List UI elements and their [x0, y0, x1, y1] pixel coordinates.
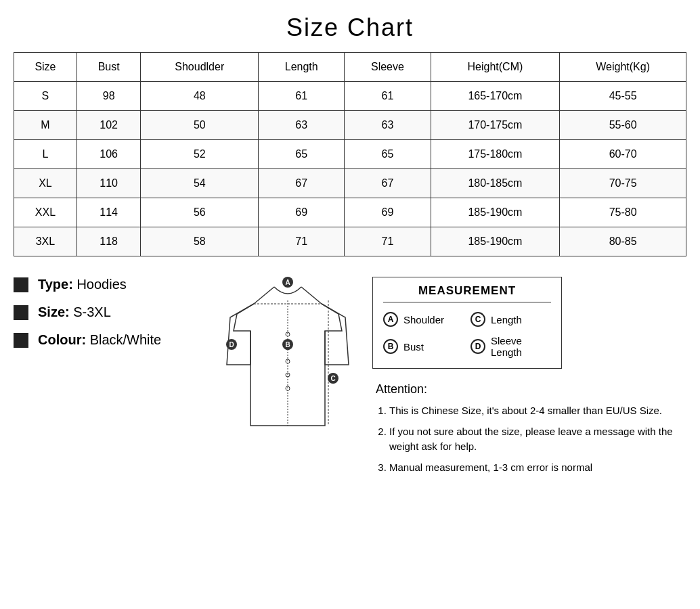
- table-header: Bust: [76, 53, 141, 82]
- colour-item: Colour: Black/White: [14, 332, 203, 348]
- attention-section: Attention: This is Chinese Size, it's ab…: [372, 382, 686, 480]
- table-cell: 70-75: [560, 169, 686, 198]
- shirt-diagram: A B C D: [217, 277, 359, 439]
- table-cell: 165-170cm: [431, 82, 560, 111]
- table-cell: S: [14, 82, 77, 111]
- table-cell: 65: [259, 140, 345, 169]
- table-row: M102506363170-175cm55-60: [14, 111, 686, 140]
- size-icon: [14, 305, 28, 320]
- table-cell: 56: [141, 198, 259, 227]
- svg-text:B: B: [285, 341, 290, 348]
- table-cell: 65: [345, 140, 431, 169]
- diagram-wrapper: A B C D: [217, 277, 359, 439]
- table-cell: 185-190cm: [431, 198, 560, 227]
- attention-title: Attention:: [376, 382, 686, 397]
- table-cell: 58: [141, 227, 259, 256]
- measurement-name: Bust: [403, 341, 424, 353]
- table-header: Height(CM): [431, 53, 560, 82]
- measurement-name: Sleeve Length: [491, 335, 551, 358]
- table-cell: 3XL: [14, 227, 77, 256]
- measurement-item: D Sleeve Length: [471, 335, 551, 358]
- svg-text:A: A: [285, 279, 290, 286]
- type-value: Hoodies: [76, 277, 126, 292]
- table-cell: 69: [259, 198, 345, 227]
- measurement-letter: A: [383, 312, 398, 327]
- type-item: Type: Hoodies: [14, 277, 203, 292]
- type-icon: [14, 277, 28, 292]
- table-cell: 114: [76, 198, 141, 227]
- table-cell: 54: [141, 169, 259, 198]
- table-cell: 63: [345, 111, 431, 140]
- list-item: If you not sure about the size, please l…: [389, 424, 686, 455]
- attention-list: This is Chinese Size, it's about 2-4 sma…: [376, 403, 686, 475]
- size-table: SizeBustShoudlderLengthSleeveHeight(CM)W…: [14, 52, 686, 256]
- table-cell: 63: [259, 111, 345, 140]
- table-cell: 45-55: [560, 82, 686, 111]
- table-cell: 180-185cm: [431, 169, 560, 198]
- table-cell: 175-180cm: [431, 140, 560, 169]
- page-title: Size Chart: [14, 14, 686, 42]
- measurement-section: MEASUREMENT A Shoulder C Length B Bust D…: [372, 277, 562, 369]
- table-cell: 50: [141, 111, 259, 140]
- table-row: XL110546767180-185cm70-75: [14, 169, 686, 198]
- list-item: This is Chinese Size, it's about 2-4 sma…: [389, 403, 686, 419]
- svg-text:C: C: [330, 375, 335, 382]
- table-header: Sleeve: [345, 53, 431, 82]
- size-label: Size:: [38, 304, 70, 320]
- table-cell: XL: [14, 169, 77, 198]
- measurement-item: B Bust: [383, 335, 464, 358]
- table-cell: 170-175cm: [431, 111, 560, 140]
- table-header: Weight(Kg): [560, 53, 686, 82]
- table-cell: L: [14, 140, 77, 169]
- table-row: S98486161165-170cm45-55: [14, 82, 686, 111]
- table-cell: 61: [259, 82, 345, 111]
- measurement-letter: D: [471, 339, 485, 354]
- table-cell: 110: [76, 169, 141, 198]
- table-cell: 75-80: [560, 198, 686, 227]
- table-cell: 61: [345, 82, 431, 111]
- info-section: Type: Hoodies Size: S-3XL Colour: Black/…: [14, 277, 203, 360]
- svg-text:D: D: [229, 341, 234, 348]
- size-value: S-3XL: [73, 304, 111, 320]
- type-label: Type:: [38, 277, 73, 292]
- list-item: Manual measurement, 1-3 cm error is norm…: [389, 460, 686, 476]
- table-cell: 55-60: [560, 111, 686, 140]
- table-cell: 80-85: [560, 227, 686, 256]
- table-cell: 102: [76, 111, 141, 140]
- table-cell: 60-70: [560, 140, 686, 169]
- table-cell: 71: [259, 227, 345, 256]
- table-cell: XXL: [14, 198, 77, 227]
- measurement-letter: C: [471, 312, 485, 327]
- table-cell: 118: [76, 227, 141, 256]
- table-cell: 67: [259, 169, 345, 198]
- table-cell: 71: [345, 227, 431, 256]
- table-header: Shoudlder: [141, 53, 259, 82]
- table-row: L106526565175-180cm60-70: [14, 140, 686, 169]
- table-header: Size: [14, 53, 77, 82]
- table-cell: 52: [141, 140, 259, 169]
- measurement-grid: A Shoulder C Length B Bust D Sleeve Leng…: [383, 312, 551, 358]
- colour-value: Black/White: [90, 332, 162, 348]
- measurement-name: Shoulder: [403, 314, 444, 325]
- table-cell: 106: [76, 140, 141, 169]
- table-header: Length: [259, 53, 345, 82]
- measurement-item: C Length: [471, 312, 551, 327]
- colour-label: Colour:: [38, 332, 86, 348]
- right-panel: MEASUREMENT A Shoulder C Length B Bust D…: [372, 277, 686, 480]
- measurement-name: Length: [491, 314, 522, 325]
- table-row: 3XL118587171185-190cm80-85: [14, 227, 686, 256]
- measurement-item: A Shoulder: [383, 312, 464, 327]
- bottom-section: Type: Hoodies Size: S-3XL Colour: Black/…: [14, 277, 686, 480]
- table-cell: 98: [76, 82, 141, 111]
- table-row: XXL114566969185-190cm75-80: [14, 198, 686, 227]
- table-cell: 185-190cm: [431, 227, 560, 256]
- table-cell: 69: [345, 198, 431, 227]
- measurement-title: MEASUREMENT: [383, 284, 551, 302]
- table-cell: M: [14, 111, 77, 140]
- table-cell: 67: [345, 169, 431, 198]
- size-item: Size: S-3XL: [14, 304, 203, 320]
- measurement-letter: B: [383, 339, 398, 354]
- table-cell: 48: [141, 82, 259, 111]
- colour-icon: [14, 333, 28, 348]
